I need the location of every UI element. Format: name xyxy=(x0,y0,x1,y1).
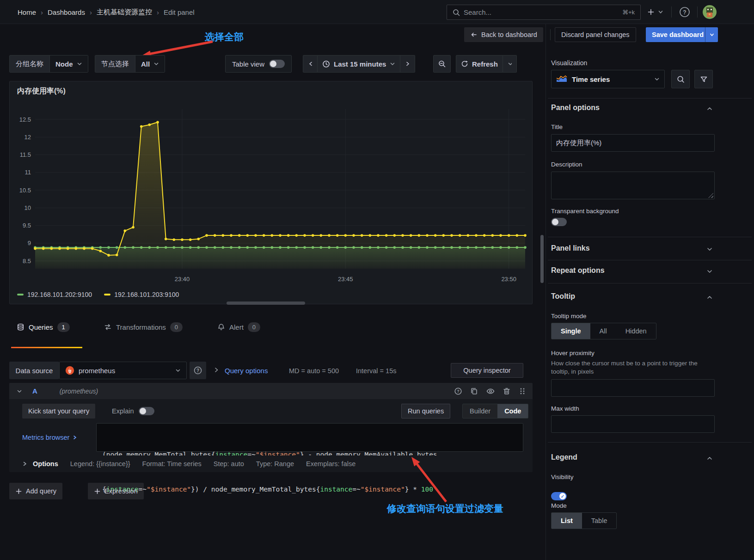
panel-preview: 内存使用率(%) 8.599.51010.51111.51212.523:402… xyxy=(9,81,533,304)
chevron-up-icon[interactable] xyxy=(706,294,713,301)
back-to-dashboard-button[interactable]: Back to dashboard xyxy=(464,27,543,42)
red-arrow-to-query xyxy=(398,453,458,504)
add-query-button[interactable]: Add query xyxy=(9,483,62,499)
horizontal-scrollbar[interactable] xyxy=(227,302,305,305)
datasource-picker[interactable]: prometheus xyxy=(59,362,187,379)
query-header[interactable]: A (prometheus) ? xyxy=(9,383,533,399)
format-option: Format: Time series xyxy=(142,460,202,468)
query-help-icon[interactable]: ? xyxy=(454,387,462,395)
variable-node-select-value[interactable]: All xyxy=(135,55,165,72)
kick-start-query-button[interactable]: Kick start your query xyxy=(22,404,95,418)
database-icon xyxy=(17,323,25,331)
legend-item[interactable]: 192.168.101.202:9100 xyxy=(17,291,92,298)
search-bar[interactable]: ⌘+k xyxy=(447,5,641,20)
repeat-options-header[interactable]: Repeat options xyxy=(551,266,605,275)
visualization-picker[interactable]: Time series xyxy=(551,70,665,88)
chevron-down-icon[interactable] xyxy=(706,268,713,275)
code-option[interactable]: Code xyxy=(497,404,528,418)
sidebar-scrollbar[interactable] xyxy=(540,235,544,283)
step-option: Step: auto xyxy=(214,460,244,468)
options-label: Options xyxy=(33,460,58,468)
visualization-filter-button[interactable] xyxy=(694,70,713,88)
drag-handle-icon[interactable] xyxy=(519,387,526,395)
legend-header[interactable]: Legend xyxy=(551,453,577,462)
tooltip-mode-single[interactable]: Single xyxy=(552,323,590,339)
clock-icon xyxy=(322,60,330,68)
duplicate-query-icon[interactable] xyxy=(470,387,478,395)
tooltip-mode-hidden[interactable]: Hidden xyxy=(616,323,656,339)
visualization-search-button[interactable] xyxy=(671,70,690,88)
chevron-up-icon[interactable] xyxy=(706,455,713,462)
tab-label: Queries xyxy=(29,323,53,331)
search-input[interactable] xyxy=(464,8,619,16)
save-dashboard-button[interactable]: Save dashboard xyxy=(646,27,710,42)
variable-group-name[interactable]: 分组名称 Node xyxy=(9,55,88,73)
hover-proximity-description: How close the cursor must be to a point … xyxy=(551,359,716,376)
query-options-link[interactable]: Query options xyxy=(225,367,268,375)
resize-handle[interactable] xyxy=(708,193,713,198)
time-shift-forward-button[interactable] xyxy=(400,55,415,73)
tooltip-header[interactable]: Tooltip xyxy=(551,292,575,301)
chevron-down-icon[interactable] xyxy=(706,246,713,252)
time-range-picker[interactable]: Last 15 minutes xyxy=(318,55,400,73)
breadcrumb-dashboard-name[interactable]: 主机基础资源监控 xyxy=(97,8,152,17)
legend-visibility-toggle[interactable]: ✓ xyxy=(551,492,567,500)
header-divider xyxy=(671,6,672,18)
max-width-input[interactable] xyxy=(551,415,715,433)
delete-query-icon[interactable] xyxy=(503,387,511,395)
svg-text:8.5: 8.5 xyxy=(23,258,31,265)
expression-button[interactable]: Expression xyxy=(88,483,144,499)
legend-visibility-label: Visibility xyxy=(551,474,574,480)
datasource-help-button[interactable]: ? xyxy=(190,362,206,379)
tooltip-mode-label: Tooltip mode xyxy=(551,313,587,320)
hover-proximity-input[interactable] xyxy=(551,379,715,397)
transform-icon xyxy=(104,323,112,331)
description-textarea[interactable] xyxy=(551,172,715,199)
legend-marker xyxy=(104,294,110,295)
sidebar-divider xyxy=(546,24,546,560)
avatar[interactable] xyxy=(703,5,717,19)
title-input[interactable]: 内存使用率(%) xyxy=(551,134,715,152)
save-dashboard-dropdown-button[interactable] xyxy=(705,27,718,42)
refresh-interval-dropdown[interactable] xyxy=(503,55,517,73)
panel-options-header[interactable]: Panel options xyxy=(551,104,600,112)
time-shift-back-button[interactable] xyxy=(303,55,318,73)
legend-item[interactable]: 192.168.101.203:9100 xyxy=(104,291,179,298)
variable-group-name-value[interactable]: Node xyxy=(49,55,88,72)
visualization-value: Time series xyxy=(572,75,650,83)
run-queries-button[interactable]: Run queries xyxy=(401,404,450,418)
table-view-toggle[interactable] xyxy=(269,60,285,68)
time-range-label: Last 15 minutes xyxy=(334,60,386,68)
chevron-up-icon[interactable] xyxy=(706,105,713,112)
hide-query-icon[interactable] xyxy=(486,387,495,395)
tooltip-mode-all[interactable]: All xyxy=(590,323,616,339)
query-inspector-button[interactable]: Query inspector xyxy=(451,363,523,378)
time-series-chart[interactable]: 8.599.51010.51111.51212.523:4023:4523:50 xyxy=(10,81,532,305)
time-range-controls: Last 15 minutes xyxy=(303,55,415,73)
builder-option[interactable]: Builder xyxy=(463,404,497,418)
collapse-chevron-icon[interactable] xyxy=(17,388,22,394)
breadcrumb-dashboards[interactable]: Dashboards xyxy=(48,8,85,16)
tab-alert[interactable]: Alert 0 xyxy=(217,319,260,335)
tab-queries[interactable]: Queries 1 xyxy=(17,319,70,335)
variable-node-select[interactable]: 节点选择 All xyxy=(95,55,165,73)
discard-panel-changes-button[interactable]: Discard panel changes xyxy=(555,27,636,42)
tab-count-badge: 0 xyxy=(170,322,183,332)
tab-transformations[interactable]: Transformations 0 xyxy=(104,319,183,335)
panel-links-header[interactable]: Panel links xyxy=(551,244,590,252)
new-menu-button[interactable] xyxy=(647,5,663,19)
legend-mode-table[interactable]: Table xyxy=(582,513,617,529)
refresh-button[interactable]: Refresh xyxy=(456,55,503,73)
legend-mode-list[interactable]: List xyxy=(552,513,582,529)
svg-text:12.5: 12.5 xyxy=(19,116,31,123)
breadcrumb-home[interactable]: Home xyxy=(18,8,36,16)
zoom-out-time-button[interactable] xyxy=(433,55,451,73)
promql-editor[interactable]: (node_memory_MemTotal_bytes{instance=~"$… xyxy=(96,423,523,452)
refresh-controls: Refresh xyxy=(456,55,517,73)
query-options-expander[interactable] xyxy=(214,367,219,373)
title-label: Title xyxy=(551,123,563,130)
explain-toggle[interactable] xyxy=(139,407,154,415)
help-button[interactable]: ? xyxy=(679,6,691,18)
metrics-browser-button[interactable]: Metrics browser xyxy=(22,423,92,452)
transparent-background-toggle[interactable] xyxy=(551,218,567,226)
